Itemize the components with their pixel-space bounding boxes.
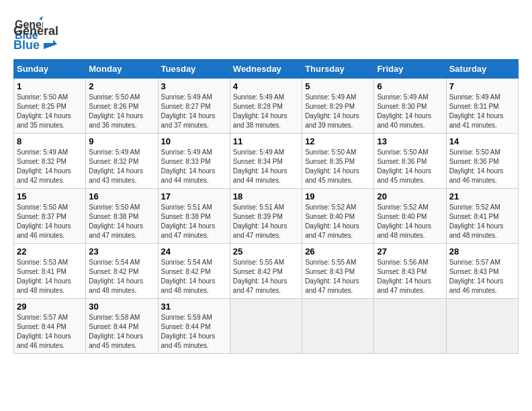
day-number: 1 — [17, 81, 83, 91]
calendar-week-row: 29 Sunrise: 5:57 AMSunset: 8:44 PMDaylig… — [14, 299, 519, 354]
day-info: Sunrise: 5:50 AMSunset: 8:36 PMDaylight:… — [377, 148, 431, 184]
calendar-week-row: 15 Sunrise: 5:50 AMSunset: 8:37 PMDaylig… — [14, 189, 519, 244]
calendar-cell: 31 Sunrise: 5:59 AMSunset: 8:44 PMDaylig… — [158, 299, 230, 354]
day-number: 27 — [377, 246, 443, 257]
day-info: Sunrise: 5:52 AMSunset: 8:40 PMDaylight:… — [377, 203, 431, 239]
weekday-header-wednesday: Wednesday — [230, 60, 302, 79]
day-info: Sunrise: 5:55 AMSunset: 8:42 PMDaylight:… — [233, 259, 287, 294]
day-number: 4 — [233, 81, 299, 91]
calendar-cell: 10 Sunrise: 5:49 AMSunset: 8:33 PMDaylig… — [158, 134, 230, 189]
day-info: Sunrise: 5:50 AMSunset: 8:35 PMDaylight:… — [305, 148, 359, 184]
calendar-cell: 25 Sunrise: 5:55 AMSunset: 8:42 PMDaylig… — [230, 244, 302, 299]
svg-marker-3 — [44, 40, 57, 49]
day-number: 25 — [233, 246, 299, 257]
day-number: 29 — [17, 302, 83, 312]
calendar-cell — [374, 299, 446, 354]
calendar-cell: 7 Sunrise: 5:49 AMSunset: 8:31 PMDayligh… — [446, 79, 518, 134]
day-number: 31 — [161, 302, 227, 312]
calendar-cell: 23 Sunrise: 5:54 AMSunset: 8:42 PMDaylig… — [86, 244, 158, 299]
day-info: Sunrise: 5:49 AMSunset: 8:27 PMDaylight:… — [161, 93, 216, 129]
day-number: 3 — [161, 81, 227, 91]
calendar-cell: 6 Sunrise: 5:49 AMSunset: 8:30 PMDayligh… — [374, 79, 446, 134]
day-number: 12 — [305, 136, 371, 146]
calendar-cell: 4 Sunrise: 5:49 AMSunset: 8:28 PMDayligh… — [230, 79, 302, 134]
day-number: 15 — [17, 191, 83, 201]
day-info: Sunrise: 5:52 AMSunset: 8:40 PMDaylight:… — [305, 203, 359, 239]
calendar-cell: 22 Sunrise: 5:53 AMSunset: 8:41 PMDaylig… — [14, 244, 86, 299]
calendar-cell: 21 Sunrise: 5:52 AMSunset: 8:41 PMDaylig… — [446, 189, 518, 244]
day-info: Sunrise: 5:55 AMSunset: 8:43 PMDaylight:… — [305, 259, 359, 294]
calendar-cell: 29 Sunrise: 5:57 AMSunset: 8:44 PMDaylig… — [14, 299, 86, 354]
day-info: Sunrise: 5:50 AMSunset: 8:38 PMDaylight:… — [89, 203, 143, 239]
weekday-header-friday: Friday — [374, 60, 446, 79]
day-number: 20 — [377, 191, 443, 201]
day-info: Sunrise: 5:49 AMSunset: 8:30 PMDaylight:… — [377, 93, 431, 129]
calendar-cell: 17 Sunrise: 5:51 AMSunset: 8:38 PMDaylig… — [158, 189, 230, 244]
calendar-cell: 11 Sunrise: 5:49 AMSunset: 8:34 PMDaylig… — [230, 134, 302, 189]
calendar-cell: 30 Sunrise: 5:58 AMSunset: 8:44 PMDaylig… — [86, 299, 158, 354]
day-number: 16 — [89, 191, 154, 201]
logo-general: General — [13, 24, 58, 38]
day-number: 5 — [305, 81, 371, 91]
day-info: Sunrise: 5:49 AMSunset: 8:32 PMDaylight:… — [89, 148, 143, 184]
calendar-cell: 8 Sunrise: 5:49 AMSunset: 8:32 PMDayligh… — [14, 134, 86, 189]
day-number: 30 — [89, 302, 154, 312]
calendar-cell: 26 Sunrise: 5:55 AMSunset: 8:43 PMDaylig… — [302, 244, 374, 299]
day-number: 9 — [89, 136, 154, 146]
day-number: 24 — [161, 246, 227, 257]
calendar-body: 1 Sunrise: 5:50 AMSunset: 8:25 PMDayligh… — [14, 79, 519, 354]
day-info: Sunrise: 5:49 AMSunset: 8:29 PMDaylight:… — [305, 93, 359, 129]
day-info: Sunrise: 5:59 AMSunset: 8:44 PMDaylight:… — [161, 314, 216, 349]
day-number: 19 — [305, 191, 371, 201]
logo-arrow-icon — [44, 40, 57, 52]
day-number: 8 — [17, 136, 83, 146]
calendar-cell: 2 Sunrise: 5:50 AMSunset: 8:26 PMDayligh… — [86, 79, 158, 134]
day-number: 11 — [233, 136, 299, 146]
day-number: 14 — [449, 136, 515, 146]
day-info: Sunrise: 5:51 AMSunset: 8:39 PMDaylight:… — [233, 203, 287, 239]
weekday-header-saturday: Saturday — [446, 60, 518, 79]
day-info: Sunrise: 5:50 AMSunset: 8:36 PMDaylight:… — [449, 148, 504, 184]
calendar-week-row: 1 Sunrise: 5:50 AMSunset: 8:25 PMDayligh… — [14, 79, 519, 134]
day-info: Sunrise: 5:49 AMSunset: 8:31 PMDaylight:… — [449, 93, 504, 129]
day-info: Sunrise: 5:58 AMSunset: 8:44 PMDaylight:… — [89, 314, 143, 349]
day-number: 23 — [89, 246, 154, 257]
calendar-cell: 15 Sunrise: 5:50 AMSunset: 8:37 PMDaylig… — [14, 189, 86, 244]
day-number: 7 — [449, 81, 515, 91]
calendar-cell: 14 Sunrise: 5:50 AMSunset: 8:36 PMDaylig… — [446, 134, 518, 189]
calendar-cell: 19 Sunrise: 5:52 AMSunset: 8:40 PMDaylig… — [302, 189, 374, 244]
calendar-cell: 13 Sunrise: 5:50 AMSunset: 8:36 PMDaylig… — [374, 134, 446, 189]
calendar-cell — [230, 299, 302, 354]
day-info: Sunrise: 5:50 AMSunset: 8:37 PMDaylight:… — [17, 203, 71, 239]
day-number: 2 — [89, 81, 154, 91]
logo-blue: Blue — [13, 38, 40, 52]
day-number: 21 — [449, 191, 515, 201]
day-info: Sunrise: 5:50 AMSunset: 8:26 PMDaylight:… — [89, 93, 143, 129]
day-number: 10 — [161, 136, 227, 146]
day-info: Sunrise: 5:56 AMSunset: 8:43 PMDaylight:… — [377, 259, 431, 294]
calendar-cell: 16 Sunrise: 5:50 AMSunset: 8:38 PMDaylig… — [86, 189, 158, 244]
calendar-table: SundayMondayTuesdayWednesdayThursdayFrid… — [13, 59, 519, 354]
day-info: Sunrise: 5:51 AMSunset: 8:38 PMDaylight:… — [161, 203, 216, 239]
day-info: Sunrise: 5:57 AMSunset: 8:43 PMDaylight:… — [449, 259, 504, 294]
calendar-cell: 12 Sunrise: 5:50 AMSunset: 8:35 PMDaylig… — [302, 134, 374, 189]
calendar-cell — [302, 299, 374, 354]
day-info: Sunrise: 5:49 AMSunset: 8:28 PMDaylight:… — [233, 93, 287, 129]
weekday-header-sunday: Sunday — [14, 60, 86, 79]
day-info: Sunrise: 5:54 AMSunset: 8:42 PMDaylight:… — [161, 259, 216, 294]
day-number: 13 — [377, 136, 443, 146]
calendar-cell: 9 Sunrise: 5:49 AMSunset: 8:32 PMDayligh… — [86, 134, 158, 189]
calendar-cell: 20 Sunrise: 5:52 AMSunset: 8:40 PMDaylig… — [374, 189, 446, 244]
day-info: Sunrise: 5:49 AMSunset: 8:34 PMDaylight:… — [233, 148, 287, 184]
day-number: 28 — [449, 246, 515, 257]
logo: General Blue General Blue — [13, 13, 58, 52]
day-number: 18 — [233, 191, 299, 201]
calendar-cell: 3 Sunrise: 5:49 AMSunset: 8:27 PMDayligh… — [158, 79, 230, 134]
weekday-header-thursday: Thursday — [302, 60, 374, 79]
day-info: Sunrise: 5:57 AMSunset: 8:44 PMDaylight:… — [17, 314, 71, 349]
day-info: Sunrise: 5:52 AMSunset: 8:41 PMDaylight:… — [449, 203, 504, 239]
calendar-cell: 1 Sunrise: 5:50 AMSunset: 8:25 PMDayligh… — [14, 79, 86, 134]
day-info: Sunrise: 5:53 AMSunset: 8:41 PMDaylight:… — [17, 259, 71, 294]
day-info: Sunrise: 5:49 AMSunset: 8:32 PMDaylight:… — [17, 148, 71, 184]
day-number: 6 — [377, 81, 443, 91]
